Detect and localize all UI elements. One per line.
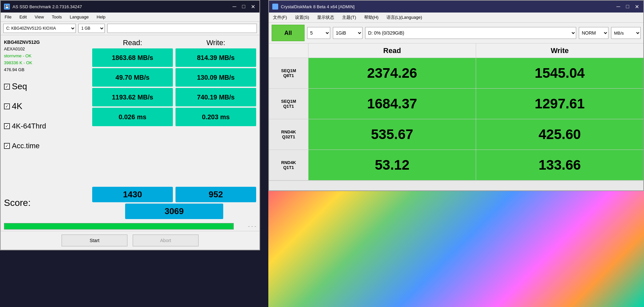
menu-edit[interactable]: Edit: [18, 14, 28, 20]
as-ssd-toolbar: C: KBG40ZNV512G KIOXIA 1 GB: [1, 22, 259, 35]
size-select[interactable]: 1 GB: [78, 24, 105, 33]
4k-read: 49.70 MB/s: [92, 68, 173, 87]
acctime-read: 0.026 ms: [92, 108, 173, 126]
cdm-drive-select[interactable]: D: 0% (0/329GiB): [365, 27, 576, 39]
extra-input[interactable]: [107, 24, 257, 33]
menu-help[interactable]: Help: [95, 14, 107, 20]
device-size: 476.94 GB: [4, 67, 90, 73]
cdm-row-seq1m-q8t1: SEQ1M Q8T1 2374.26 1545.04: [269, 58, 643, 89]
cdm-menu-help[interactable]: 帮助(H): [363, 14, 380, 21]
cdm-menu-display[interactable]: 显示状态: [316, 14, 335, 21]
result-row-4k64: 1193.62 MB/s 740.19 MB/s: [92, 88, 256, 106]
cdm-title-left: CrystalDiskMark 8 Beta 4 x64 [ADMIN]: [272, 4, 355, 10]
drive-select[interactable]: C: KBG40ZNV512G KIOXIA: [3, 24, 76, 33]
cdm-read-1: 1684.37: [309, 89, 476, 119]
row-label-seq: ✓ Seq: [4, 77, 90, 96]
score-row-rw: 1430 952: [92, 187, 256, 202]
right-panel: Read: Write: 1863.68 MB/s 814.39 MB/s 49…: [92, 39, 256, 181]
as-ssd-minimize-button[interactable]: ─: [231, 3, 238, 10]
as-ssd-main: KBG40ZNV512G AEXA0102 stornvme - OK 3983…: [1, 35, 259, 184]
4k64-write: 740.19 MB/s: [175, 88, 256, 106]
cdm-label-top-3: RND4K: [281, 160, 296, 165]
cdm-label-seq1m-q1t1: SEQ1M Q1T1: [269, 89, 309, 119]
cdm-minimize-button[interactable]: ─: [615, 3, 622, 10]
label-4k: 4K: [12, 101, 22, 111]
desktop-wallpaper: [268, 191, 644, 307]
write-header: Write:: [175, 39, 256, 47]
cdm-row-rnd4k-q1t1: RND4K Q1T1 53.12 133.66: [269, 150, 643, 181]
cdm-label-bot-1: Q1T1: [283, 104, 294, 109]
cdm-title-bar: CrystalDiskMark 8 Beta 4 x64 [ADMIN] ─ □…: [269, 1, 643, 13]
as-ssd-app-icon: 💾: [4, 4, 10, 10]
cdm-size-select[interactable]: 1GiB: [333, 27, 362, 39]
cdm-count-select[interactable]: 5: [307, 27, 330, 39]
as-ssd-maximize-button[interactable]: □: [240, 3, 247, 10]
left-panel: KBG40ZNV512G AEXA0102 stornvme - OK 3983…: [4, 39, 90, 181]
menu-language[interactable]: Language: [68, 14, 90, 20]
cdm-row-rnd4k-q32t1: RND4K Q32T1 535.67 425.60: [269, 119, 643, 150]
device-sectors: 398336 K - OK: [4, 60, 90, 67]
cdm-write-3: 133.66: [476, 150, 643, 180]
cdm-menu-theme[interactable]: 主题(T): [341, 14, 358, 21]
cdm-data-area: Read Write SEQ1M Q8T1 2374.26 1545.04 SE…: [269, 43, 643, 190]
device-info: KBG40ZNV512G AEXA0102 stornvme - OK 3983…: [4, 39, 90, 73]
bottom-buttons: Start Abort: [1, 231, 259, 250]
as-ssd-close-button[interactable]: ✕: [250, 3, 256, 10]
4k-write: 130.09 MB/s: [175, 68, 256, 87]
cdm-label-rnd4k-q1t1: RND4K Q1T1: [269, 150, 309, 180]
cdm-window: CrystalDiskMark 8 Beta 4 x64 [ADMIN] ─ □…: [268, 0, 644, 191]
cdm-row-seq1m-q1t1: SEQ1M Q1T1 1684.37 1297.61: [269, 89, 643, 119]
cdm-menu-settings[interactable]: 设置(S): [294, 14, 310, 21]
cdm-menu-file[interactable]: 文件(F): [272, 14, 288, 21]
score-total-container: 3069: [92, 204, 256, 219]
cdm-all-button[interactable]: All: [272, 25, 305, 41]
cdm-status-bar: [269, 181, 643, 190]
checkbox-4k[interactable]: ✓: [4, 103, 10, 109]
cdm-write-1: 1297.61: [476, 89, 643, 119]
cdm-label-bot-0: Q8T1: [283, 73, 294, 78]
result-row-seq: 1863.68 MB/s 814.39 MB/s: [92, 48, 256, 67]
progress-bar-container: [4, 223, 234, 230]
result-rows: 1863.68 MB/s 814.39 MB/s 49.70 MB/s 130.…: [92, 48, 256, 126]
as-ssd-window: 💾 AS SSD Benchmark 2.0.7316.34247 ─ □ ✕ …: [0, 0, 260, 250]
cdm-menu-language[interactable]: 语言(L)(Language): [385, 14, 423, 21]
as-ssd-window-controls: ─ □ ✕: [231, 3, 256, 10]
device-name: KBG40ZNV512G: [4, 39, 90, 46]
checkbox-4k64[interactable]: ✓: [4, 123, 10, 129]
cdm-unit-select[interactable]: MB/s: [611, 27, 641, 39]
cdm-close-button[interactable]: ✕: [633, 3, 640, 10]
cdm-mode-select[interactable]: NORM: [579, 27, 608, 39]
row-label-acctime: ✓ Acc.time: [4, 137, 90, 155]
cdm-read-0: 2374.26: [309, 58, 476, 88]
cdm-label-top-2: RND4K: [281, 129, 296, 134]
bench-row-labels: ✓ Seq ✓ 4K ✓ 4K-64Thrd: [4, 77, 90, 155]
cdm-label-seq1m-q8t1: SEQ1M Q8T1: [269, 58, 309, 88]
cdm-window-controls: ─ □ ✕: [615, 3, 640, 10]
abort-button[interactable]: Abort: [133, 235, 199, 246]
as-ssd-title-bar: 💾 AS SSD Benchmark 2.0.7316.34247 ─ □ ✕: [1, 1, 259, 13]
progress-area: - - -: [1, 222, 259, 231]
start-button[interactable]: Start: [62, 235, 127, 246]
label-4k64: 4K-64Thrd: [12, 122, 46, 130]
menu-file[interactable]: File: [3, 14, 13, 20]
result-row-4k: 49.70 MB/s 130.09 MB/s: [92, 68, 256, 87]
checkbox-seq[interactable]: ✓: [4, 84, 10, 90]
cdm-header-row: Read Write: [269, 43, 643, 58]
score-section: Score: 1430 952 3069: [1, 184, 259, 222]
as-ssd-menu-bar: File Edit View Tools Language Help: [1, 13, 259, 22]
cdm-label-bot-3: Q1T1: [283, 165, 294, 170]
menu-view[interactable]: View: [33, 14, 45, 20]
cdm-header-spacer: [269, 43, 309, 58]
cdm-maximize-button[interactable]: □: [624, 3, 631, 10]
seq-write: 814.39 MB/s: [175, 48, 256, 67]
score-values: 1430 952 3069: [92, 187, 256, 219]
cdm-read-header: Read: [309, 43, 476, 58]
cdm-read-2: 535.67: [309, 119, 476, 150]
cdm-title-text: CrystalDiskMark 8 Beta 4 x64 [ADMIN]: [281, 4, 355, 9]
menu-tools[interactable]: Tools: [50, 14, 63, 20]
checkbox-acctime[interactable]: ✓: [4, 143, 10, 149]
score-label: Score:: [4, 198, 90, 208]
as-ssd-title-text: AS SSD Benchmark 2.0.7316.34247: [13, 4, 82, 9]
cdm-read-3: 53.12: [309, 150, 476, 180]
progress-dots: - - -: [236, 223, 256, 229]
